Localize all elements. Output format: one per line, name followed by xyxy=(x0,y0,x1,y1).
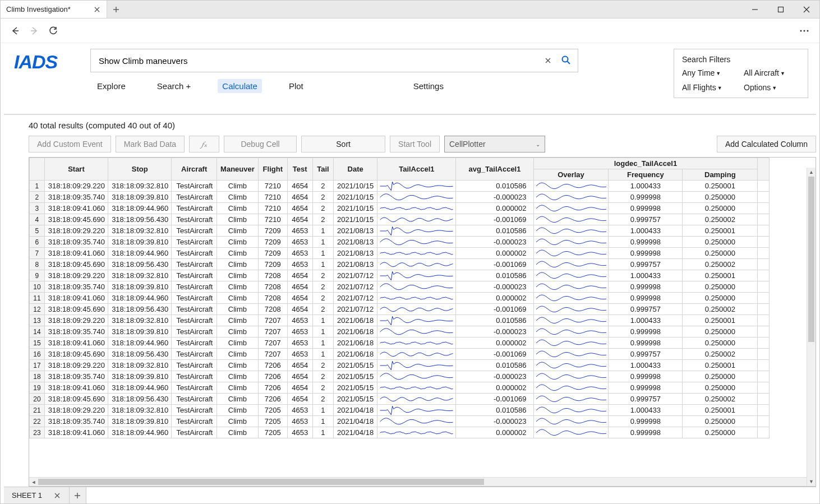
cell-damping[interactable]: 0.250000 xyxy=(683,382,758,394)
cell-test[interactable]: 4654 xyxy=(287,270,312,281)
cell-stop[interactable]: 318:18:09:39.810 xyxy=(108,237,172,248)
cell-maneuver[interactable]: Climb xyxy=(216,405,258,416)
cell-overlay-sparkline[interactable] xyxy=(533,259,609,270)
cell-tailaccel-sparkline[interactable] xyxy=(377,304,456,315)
cell-test[interactable]: 4653 xyxy=(287,237,312,248)
cell-tailaccel-sparkline[interactable] xyxy=(377,237,456,248)
cell-test[interactable]: 4654 xyxy=(287,203,312,214)
cell-frequency[interactable]: 1.000433 xyxy=(609,405,683,416)
row-header-corner[interactable] xyxy=(30,158,45,181)
cell-date[interactable]: 2021/10/15 xyxy=(333,203,377,214)
cell-aircraft[interactable]: TestAircraft xyxy=(172,225,216,237)
table-row[interactable]: 9318:18:09:29.220318:18:09:32.810TestAir… xyxy=(30,270,770,281)
table-row[interactable]: 14318:18:09:35.740318:18:09:39.810TestAi… xyxy=(30,326,770,337)
close-tab-icon[interactable] xyxy=(93,6,101,13)
cell-tail[interactable]: 2 xyxy=(312,382,333,394)
cell-aircraft[interactable]: TestAircraft xyxy=(172,326,216,337)
table-row[interactable]: 16318:18:09:45.690318:18:09:56.430TestAi… xyxy=(30,349,770,360)
cell-test[interactable]: 4653 xyxy=(287,337,312,349)
debug-cell-button[interactable]: Debug Cell xyxy=(224,136,297,152)
cell-maneuver[interactable]: Climb xyxy=(216,293,258,304)
cell-maneuver[interactable]: Climb xyxy=(216,214,258,225)
cell-tail[interactable]: 2 xyxy=(312,203,333,214)
cell-aircraft[interactable]: TestAircraft xyxy=(172,427,216,438)
col-damping[interactable]: Damping xyxy=(683,169,758,181)
cell-stop[interactable]: 318:18:09:32.810 xyxy=(108,225,172,237)
table-row[interactable]: 3318:18:09:41.060318:18:09:44.960TestAir… xyxy=(30,203,770,214)
cell-avg[interactable]: -0.001069 xyxy=(456,394,533,405)
cell-frequency[interactable]: 0.999998 xyxy=(609,416,683,427)
cell-test[interactable]: 4653 xyxy=(287,259,312,270)
table-row[interactable]: 12318:18:09:45.690318:18:09:56.430TestAi… xyxy=(30,304,770,315)
cell-start[interactable]: 318:18:09:45.690 xyxy=(44,394,108,405)
cell-aircraft[interactable]: TestAircraft xyxy=(172,337,216,349)
cell-flight[interactable]: 7206 xyxy=(259,371,288,382)
more-menu-icon[interactable] xyxy=(796,30,813,32)
cell-avg[interactable]: 0.010586 xyxy=(456,360,533,371)
cell-start[interactable]: 318:18:09:45.690 xyxy=(44,304,108,315)
cell-tail[interactable]: 2 xyxy=(312,371,333,382)
cell-avg[interactable]: -0.000023 xyxy=(456,416,533,427)
cell-tail[interactable]: 1 xyxy=(312,349,333,360)
col-start[interactable]: Start xyxy=(44,158,108,181)
row-number[interactable]: 10 xyxy=(30,281,45,293)
cell-stop[interactable]: 318:18:09:39.810 xyxy=(108,192,172,203)
cell-start[interactable]: 318:18:09:35.740 xyxy=(44,281,108,293)
cell-tailaccel-sparkline[interactable] xyxy=(377,203,456,214)
cell-avg[interactable]: -0.001069 xyxy=(456,349,533,360)
cell-date[interactable]: 2021/05/15 xyxy=(333,394,377,405)
cell-avg[interactable]: 0.010586 xyxy=(456,315,533,326)
cell-avg[interactable]: 0.010586 xyxy=(456,225,533,237)
cell-tail[interactable]: 2 xyxy=(312,293,333,304)
cell-date[interactable]: 2021/08/13 xyxy=(333,259,377,270)
cell-overlay-sparkline[interactable] xyxy=(533,248,609,259)
cell-stop[interactable]: 318:18:09:44.960 xyxy=(108,203,172,214)
close-sheet-icon[interactable] xyxy=(53,492,61,500)
cell-test[interactable]: 4654 xyxy=(287,382,312,394)
cell-date[interactable]: 2021/08/13 xyxy=(333,248,377,259)
cell-tailaccel-sparkline[interactable] xyxy=(377,293,456,304)
cell-test[interactable]: 4654 xyxy=(287,394,312,405)
cell-frequency[interactable]: 0.999757 xyxy=(609,394,683,405)
cell-test[interactable]: 4654 xyxy=(287,281,312,293)
cell-tailaccel-sparkline[interactable] xyxy=(377,349,456,360)
cell-avg[interactable]: 0.000002 xyxy=(456,337,533,349)
cell-test[interactable]: 4653 xyxy=(287,225,312,237)
cell-avg[interactable]: -0.001069 xyxy=(456,214,533,225)
mark-bad-data-button[interactable]: Mark Bad Data xyxy=(116,136,185,152)
cell-avg[interactable]: 0.000002 xyxy=(456,382,533,394)
cell-overlay-sparkline[interactable] xyxy=(533,416,609,427)
cell-avg[interactable]: -0.000023 xyxy=(456,237,533,248)
cell-tail[interactable]: 2 xyxy=(312,304,333,315)
table-row[interactable]: 2318:18:09:35.740318:18:09:39.810TestAir… xyxy=(30,192,770,203)
cell-flight[interactable]: 7205 xyxy=(259,427,288,438)
cell-overlay-sparkline[interactable] xyxy=(533,337,609,349)
cell-overlay-sparkline[interactable] xyxy=(533,360,609,371)
cell-start[interactable]: 318:18:09:45.690 xyxy=(44,214,108,225)
cell-tail[interactable]: 1 xyxy=(312,315,333,326)
row-number[interactable]: 7 xyxy=(30,248,45,259)
cell-test[interactable]: 4654 xyxy=(287,192,312,203)
row-number[interactable]: 1 xyxy=(30,181,45,192)
cell-stop[interactable]: 318:18:09:32.810 xyxy=(108,405,172,416)
cell-test[interactable]: 4653 xyxy=(287,248,312,259)
cell-flight[interactable]: 7207 xyxy=(259,326,288,337)
cell-tailaccel-sparkline[interactable] xyxy=(377,427,456,438)
cell-overlay-sparkline[interactable] xyxy=(533,293,609,304)
cell-flight[interactable]: 7210 xyxy=(259,181,288,192)
cell-tail[interactable]: 2 xyxy=(312,360,333,371)
cell-date[interactable]: 2021/08/13 xyxy=(333,237,377,248)
cell-start[interactable]: 318:18:09:29.220 xyxy=(44,225,108,237)
table-row[interactable]: 23318:18:09:41.060318:18:09:44.960TestAi… xyxy=(30,427,770,438)
row-number[interactable]: 13 xyxy=(30,315,45,326)
cell-maneuver[interactable]: Climb xyxy=(216,225,258,237)
cell-aircraft[interactable]: TestAircraft xyxy=(172,270,216,281)
cell-avg[interactable]: 0.000002 xyxy=(456,427,533,438)
cell-test[interactable]: 4654 xyxy=(287,293,312,304)
cell-date[interactable]: 2021/08/13 xyxy=(333,225,377,237)
cell-flight[interactable]: 7205 xyxy=(259,405,288,416)
cell-flight[interactable]: 7205 xyxy=(259,416,288,427)
cell-maneuver[interactable]: Climb xyxy=(216,237,258,248)
cell-stop[interactable]: 318:18:09:56.430 xyxy=(108,214,172,225)
cell-overlay-sparkline[interactable] xyxy=(533,394,609,405)
